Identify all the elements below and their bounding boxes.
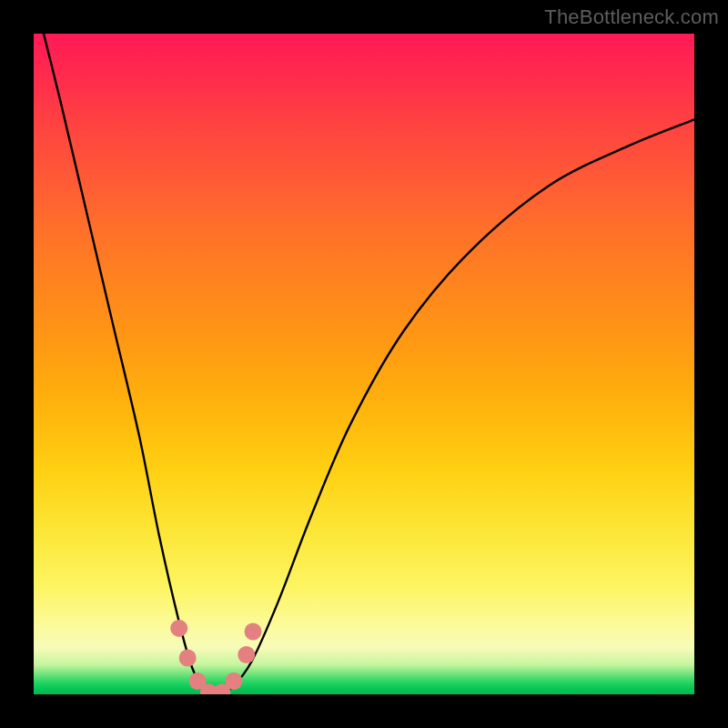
marker-group bbox=[170, 620, 261, 694]
chart-svg bbox=[34, 34, 694, 694]
chart-frame: TheBottleneck.com bbox=[0, 0, 728, 728]
plot-area bbox=[34, 34, 694, 694]
curve-marker bbox=[225, 672, 242, 690]
curve-marker bbox=[238, 646, 255, 663]
curve-marker bbox=[170, 620, 187, 637]
curve-marker bbox=[245, 623, 262, 641]
curve-marker bbox=[179, 650, 197, 667]
watermark-text: TheBottleneck.com bbox=[544, 5, 719, 29]
bottleneck-curve bbox=[34, 34, 694, 694]
